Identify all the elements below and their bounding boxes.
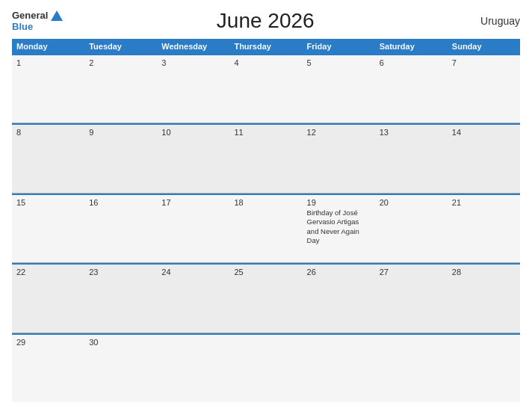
cell-jun-25: 25 [229,263,302,332]
cell-jun-23: 23 [84,263,157,332]
cell-empty-4 [375,333,448,402]
cell-jun-12: 12 [303,123,375,192]
cell-jun-13: 13 [375,123,448,192]
event-jun-19: Birthday of José Gervasio Artigas and Ne… [307,208,371,245]
cell-jun-3: 3 [157,54,229,123]
cell-empty-2 [229,333,302,402]
week-4: 22 23 24 25 26 27 28 [12,263,520,333]
cell-jun-28: 28 [448,263,520,332]
logo-blue-text: Blue [12,21,33,32]
calendar-header: Monday Tuesday Wednesday Thursday Friday… [12,39,520,54]
cell-empty-5 [448,333,520,402]
cell-jun-4: 4 [229,54,302,123]
week-3: 15 16 17 18 19 Birthday of José Gervasio… [12,194,520,263]
logo-triangle-icon [51,10,63,21]
calendar-body: 1 2 3 4 5 6 7 8 9 10 11 12 13 14 15 16 [12,54,520,402]
page-title: June 2026 [63,9,468,33]
cell-jun-20: 20 [375,194,448,262]
cell-jun-16: 16 [84,194,157,262]
cell-jun-29: 29 [12,333,84,402]
cell-jun-19: 19 Birthday of José Gervasio Artigas and… [303,194,375,262]
cell-jun-5: 5 [303,54,375,123]
col-friday: Friday [303,39,375,54]
cell-jun-17: 17 [157,194,229,262]
cell-empty-3 [303,333,375,402]
cell-jun-15: 15 [12,194,84,262]
week-2: 8 9 10 11 12 13 14 [12,123,520,193]
cell-jun-18: 18 [229,194,302,262]
cell-jun-10: 10 [157,123,229,192]
cell-jun-22: 22 [12,263,84,332]
cell-jun-27: 27 [375,263,448,332]
col-tuesday: Tuesday [84,39,157,54]
logo-general-text: General [12,10,48,21]
cell-jun-9: 9 [84,123,157,192]
logo: General Blue [12,10,63,32]
cell-jun-11: 11 [229,123,302,192]
col-sunday: Sunday [448,39,520,54]
week-5: 29 30 [12,333,520,402]
col-saturday: Saturday [375,39,448,54]
col-wednesday: Wednesday [157,39,229,54]
calendar: Monday Tuesday Wednesday Thursday Friday… [12,39,520,402]
page: General Blue June 2026 Uruguay Monday Tu… [0,0,532,411]
header: General Blue June 2026 Uruguay [12,9,520,33]
col-thursday: Thursday [229,39,302,54]
cell-jun-24: 24 [157,263,229,332]
cell-jun-26: 26 [303,263,375,332]
cell-empty-1 [157,333,229,402]
cell-jun-7: 7 [448,54,520,123]
week-1: 1 2 3 4 5 6 7 [12,54,520,123]
country-label: Uruguay [468,15,520,27]
cell-jun-8: 8 [12,123,84,192]
cell-jun-14: 14 [448,123,520,192]
cell-jun-2: 2 [84,54,157,123]
cell-jun-6: 6 [375,54,448,123]
cell-jun-1: 1 [12,54,84,123]
col-monday: Monday [12,39,84,54]
cell-jun-30: 30 [84,333,157,402]
cell-jun-21: 21 [448,194,520,262]
